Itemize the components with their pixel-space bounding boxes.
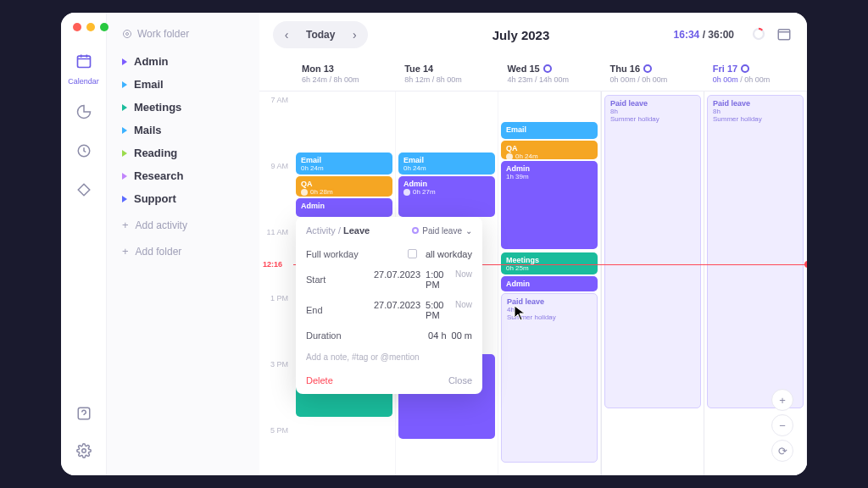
calendar-event[interactable]: Paid leave8hSummer holiday — [707, 95, 804, 408]
now-label: 12:16 — [263, 260, 282, 269]
all-workday-checkbox[interactable]: all workday — [408, 249, 472, 259]
triangle-icon — [122, 104, 127, 111]
plus-icon: + — [122, 219, 129, 231]
timer-icon — [506, 153, 513, 160]
time-display: 16:34 / 36:00 — [674, 29, 734, 41]
settings-icon[interactable] — [71, 438, 97, 463]
sidebar-activity-reading[interactable]: Reading — [115, 141, 251, 164]
calendar-event[interactable]: QA0h 24m — [501, 141, 598, 159]
popover-breadcrumb: Activity / Leave — [306, 225, 370, 236]
time-label: 3 PM — [270, 360, 288, 369]
traffic-lights — [73, 23, 108, 31]
calendar-toggle-icon[interactable] — [776, 26, 793, 43]
time-label: 1 PM — [270, 294, 288, 302]
svg-point-4 — [126, 33, 129, 36]
sidebar-activity-admin[interactable]: Admin — [115, 50, 251, 73]
calendar-event[interactable]: Admin — [296, 198, 392, 217]
day-headers: Mon 136h 24m / 8h 00mTue 148h 12m / 8h 0… — [259, 57, 807, 92]
sidebar-activity-support[interactable]: Support — [115, 187, 251, 210]
calendar-event[interactable]: Email0h 24m — [398, 152, 495, 175]
zoom-reset-button[interactable]: ⟳ — [771, 440, 793, 462]
sidebar-activity-research[interactable]: Research — [115, 164, 251, 187]
day-header[interactable]: Wed 15 4h 23m / 14h 00m — [498, 57, 601, 91]
triangle-icon — [122, 196, 127, 202]
day-column[interactable]: Email0h 24mQA0h 28mAdminwith @deck Activ… — [293, 92, 396, 475]
sidebar-activity-mails[interactable]: Mails — [115, 119, 251, 141]
calendar-label: Calendar — [68, 77, 99, 86]
calendar-event[interactable]: Meetings0h 25m — [501, 252, 598, 274]
date-nav: ‹ Today › — [273, 21, 368, 48]
end-now-button[interactable]: Now — [455, 300, 472, 320]
next-button[interactable]: › — [343, 24, 365, 46]
svg-rect-7 — [778, 30, 790, 40]
calendar-event[interactable]: Email — [501, 122, 598, 139]
time-gutter: 7 AM9 AM11 AM1 PM3 PM5 PM — [259, 92, 293, 475]
ring-icon — [543, 64, 552, 73]
calendar-event[interactable]: Admin0h 27m — [398, 176, 495, 217]
sidebar-activity-meetings[interactable]: Meetings — [115, 96, 251, 119]
start-date-input[interactable]: 27.07.2023 — [374, 269, 420, 290]
time-label: 7 AM — [270, 96, 288, 104]
folder-header[interactable]: Work folder — [115, 25, 251, 43]
svg-rect-2 — [78, 408, 90, 419]
timer-icon — [301, 189, 308, 196]
svg-rect-0 — [77, 56, 90, 67]
prev-button[interactable]: ‹ — [275, 24, 298, 46]
leave-type-selector[interactable]: Paid leave ⌄ — [412, 226, 472, 236]
icon-rail: Calendar — [61, 13, 107, 475]
main-area: ‹ Today › July 2023 16:34 / 36:00 Mon 13… — [259, 13, 807, 475]
triangle-icon — [122, 127, 127, 134]
calendar-event[interactable]: QA0h 28m — [296, 176, 392, 197]
zoom-controls: + − ⟳ — [771, 389, 793, 462]
day-column[interactable]: Paid leave8hSummer holiday — [601, 92, 704, 475]
day-header[interactable]: Mon 136h 24m / 8h 00m — [293, 57, 396, 91]
sidebar: Work folder AdminEmailMeetingsMailsReadi… — [107, 13, 259, 475]
duration-minutes-input[interactable]: 00 m — [452, 330, 472, 341]
start-time-input[interactable]: 1:00 PM — [426, 269, 450, 290]
minimize-window[interactable] — [86, 23, 95, 31]
delete-button[interactable]: Delete — [306, 375, 333, 385]
mouse-cursor — [514, 305, 527, 325]
calendar-event[interactable]: Admin — [501, 276, 598, 291]
zoom-in-button[interactable]: + — [771, 389, 793, 411]
calendar-event[interactable]: Admin1h 39m — [501, 161, 598, 249]
calendar-grid[interactable]: 7 AM9 AM11 AM1 PM3 PM5 PM 12:16 Email0h … — [259, 92, 807, 475]
help-icon[interactable] — [71, 401, 97, 426]
event-popover: Activity / Leave Paid leave ⌄ Full workd… — [296, 217, 482, 394]
sidebar-activity-email[interactable]: Email — [115, 73, 251, 96]
day-column[interactable]: EmailQA0h 24mAdmin1h 39mMeetings0h 25mAd… — [498, 92, 601, 475]
day-header[interactable]: Fri 17 0h 00m / 0h 00m — [704, 57, 807, 91]
time-label: 11 AM — [266, 228, 288, 236]
calendar-event[interactable]: Paid leave8hSummer holiday — [604, 95, 701, 408]
time-label: 9 AM — [270, 162, 288, 170]
chevron-icon: ⌄ — [465, 226, 472, 236]
duration-hours-input[interactable]: 04 h — [428, 330, 446, 341]
close-button[interactable]: Close — [448, 375, 472, 385]
triangle-icon — [122, 173, 127, 180]
end-time-input[interactable]: 5:00 PM — [426, 300, 450, 320]
triangle-icon — [122, 150, 127, 157]
reports-icon[interactable] — [71, 99, 97, 125]
end-date-input[interactable]: 27.07.2023 — [374, 300, 420, 320]
zoom-out-button[interactable]: − — [771, 414, 793, 436]
day-columns: 12:16 Email0h 24mQA0h 28mAdminwith @deck… — [293, 92, 807, 475]
diamond-icon[interactable] — [71, 177, 97, 202]
plus-icon: + — [122, 245, 129, 258]
add-activity-button[interactable]: + Add activity — [115, 214, 251, 236]
start-now-button[interactable]: Now — [455, 269, 472, 290]
close-window[interactable] — [73, 23, 81, 31]
add-folder-button[interactable]: + Add folder — [115, 240, 251, 263]
topbar: ‹ Today › July 2023 16:34 / 36:00 — [259, 13, 807, 57]
svg-point-3 — [81, 449, 86, 453]
progress-icon[interactable] — [751, 26, 768, 43]
maximize-window[interactable] — [100, 23, 108, 31]
day-header[interactable]: Thu 16 0h 00m / 0h 00m — [602, 57, 704, 91]
today-button[interactable]: Today — [298, 24, 343, 46]
day-header[interactable]: Tue 148h 12m / 8h 00m — [396, 57, 498, 91]
note-input[interactable]: Add a note, #tag or @mention — [306, 346, 472, 369]
svg-point-5 — [124, 30, 131, 38]
calendar-icon[interactable] — [71, 48, 97, 74]
calendar-event[interactable]: Email0h 24m — [296, 152, 392, 175]
clock-icon[interactable] — [71, 138, 97, 164]
time-label: 5 PM — [270, 426, 288, 435]
